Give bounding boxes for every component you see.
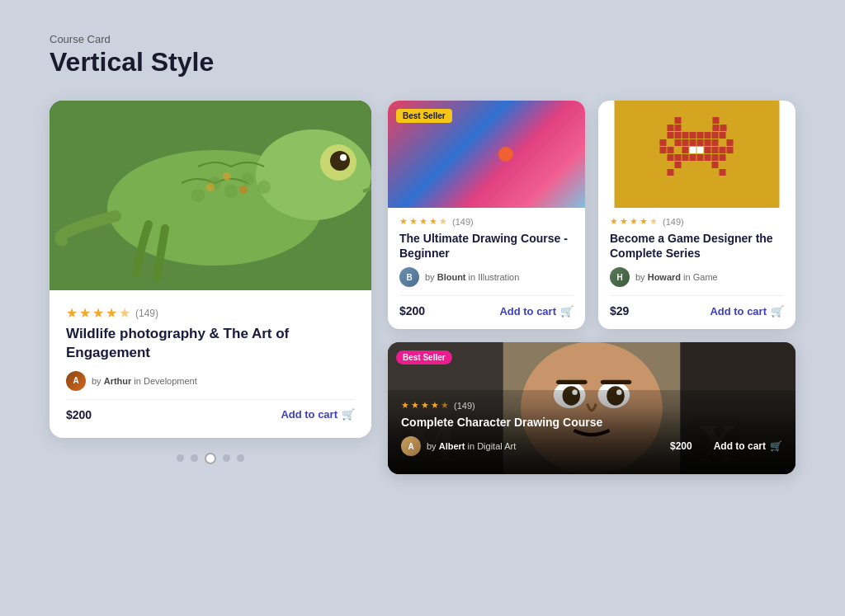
card-1-stars: ★ ★ ★ ★ ★ (149) [66, 305, 355, 321]
dot-2[interactable] [191, 454, 198, 462]
star-5-half: ★ [119, 305, 130, 321]
star-half: ★ [649, 216, 658, 227]
svg-rect-21 [668, 132, 674, 139]
card-4-stars: ★ ★ ★ ★ ★ (149) [401, 400, 782, 411]
card-3-price: $29 [610, 304, 629, 317]
card-1-price-row: $200 Add to cart 🛒 [66, 408, 355, 421]
left-section: ★ ★ ★ ★ ★ (149) Wildlife photography & T… [50, 101, 371, 464]
svg-rect-26 [705, 132, 711, 139]
svg-rect-54 [675, 162, 682, 168]
svg-rect-17 [668, 125, 674, 131]
svg-rect-20 [720, 125, 727, 131]
card-1-author-name: Arthur [104, 376, 132, 386]
dot-3-active[interactable] [205, 453, 216, 464]
card-1-avatar: A [66, 371, 86, 391]
svg-rect-69 [601, 380, 632, 384]
card-1-add-to-cart[interactable]: Add to cart 🛒 [281, 408, 355, 421]
main-layout: ★ ★ ★ ★ ★ (149) Wildlife photography & T… [50, 101, 795, 474]
card-2-best-seller-badge: Best Seller [396, 109, 452, 123]
star-4: ★ [106, 305, 117, 321]
card-3-stars: ★ ★ ★ ★ ★ (149) [610, 216, 784, 227]
page-container: Course Card Vertical Style [0, 0, 845, 507]
star: ★ [411, 400, 419, 411]
svg-rect-35 [712, 139, 719, 146]
svg-rect-44 [720, 147, 726, 153]
svg-rect-33 [697, 139, 704, 146]
card-3-body: ★ ★ ★ ★ ★ (149) Become a Game Designer t… [598, 208, 795, 329]
dot-5[interactable] [237, 454, 244, 462]
star: ★ [409, 216, 418, 227]
svg-point-7 [224, 185, 238, 198]
svg-rect-39 [682, 147, 689, 153]
svg-point-13 [239, 186, 248, 194]
card-4-add-to-cart[interactable]: $200 Add to cart 🛒 [670, 440, 782, 452]
svg-rect-47 [675, 154, 682, 161]
card-1-title: Wildlife photography & The Art of Engage… [66, 325, 355, 363]
card-2-price: $200 [399, 304, 425, 317]
svg-rect-56 [668, 169, 674, 176]
svg-rect-38 [668, 147, 674, 153]
course-card-3: ★ ★ ★ ★ ★ (149) Become a Game Designer t… [598, 101, 795, 329]
card-4-rating-count: (149) [454, 401, 475, 411]
chameleon-image [50, 101, 371, 290]
star: ★ [401, 400, 409, 411]
top-right-row: Best Seller ★ ★ ★ ★ ★ (149) The Ultimate… [388, 101, 795, 329]
svg-rect-27 [712, 132, 719, 139]
card-4-author-row: A by Albert in Digital Art $200 Add to c… [401, 436, 782, 456]
svg-point-10 [257, 181, 271, 194]
card-3-rating-count: (149) [663, 217, 684, 227]
dot-4[interactable] [223, 454, 230, 462]
svg-rect-34 [705, 139, 711, 146]
albert-avatar-img: A [401, 436, 421, 456]
star: ★ [419, 216, 427, 227]
card-2-stars: ★ ★ ★ ★ ★ (149) [399, 216, 574, 227]
svg-point-5 [340, 154, 347, 161]
svg-rect-28 [720, 132, 726, 139]
card-1-price: $200 [66, 408, 92, 421]
course-card-4: M X Best Seller ★ ★ [388, 342, 795, 474]
svg-rect-16 [713, 117, 720, 124]
svg-point-2 [256, 129, 371, 220]
star: ★ [640, 216, 648, 227]
svg-rect-25 [697, 132, 704, 139]
card-2-author-text: by Blount in Illustration [425, 272, 519, 282]
card-4-title: Complete Character Drawing Course [401, 415, 782, 430]
star-1: ★ [66, 305, 78, 321]
card-3-author-row: H by Howard in Game [610, 267, 784, 287]
howard-avatar-img: H [610, 267, 630, 287]
star-3: ★ [92, 305, 104, 321]
card-1-image [50, 101, 371, 290]
card-4-author-text: by Albert in Digital Art [427, 441, 516, 451]
card-1-body: ★ ★ ★ ★ ★ (149) Wildlife photography & T… [50, 290, 371, 438]
svg-point-4 [330, 151, 350, 171]
svg-rect-36 [727, 139, 734, 146]
dot-1[interactable] [177, 454, 184, 462]
svg-rect-29 [660, 139, 667, 146]
svg-rect-41 [697, 147, 704, 153]
card-3-image [598, 101, 795, 208]
cart-icon-3: 🛒 [771, 305, 784, 317]
svg-rect-15 [675, 117, 682, 124]
cart-icon-2: 🛒 [560, 305, 574, 317]
arthur-avatar-img: A [66, 371, 86, 391]
header-section: Course Card Vertical Style [50, 33, 795, 78]
card-1-author-text: by Arthur in Development [92, 376, 197, 386]
card-4-overlay: ★ ★ ★ ★ ★ (149) Complete Character Drawi… [388, 390, 795, 474]
card-3-add-to-cart[interactable]: Add to cart 🛒 [710, 305, 784, 317]
card-2-rating-count: (149) [452, 217, 474, 227]
card-2-add-to-cart[interactable]: Add to cart 🛒 [499, 305, 574, 317]
svg-rect-57 [720, 169, 726, 176]
card-3-price-row: $29 Add to cart 🛒 [610, 304, 784, 317]
svg-rect-52 [712, 154, 719, 161]
star: ★ [620, 216, 628, 227]
card-3-title: Become a Game Designer the Complete Seri… [610, 231, 784, 261]
card-2-image: Best Seller [388, 101, 585, 208]
svg-point-12 [223, 172, 231, 181]
svg-rect-42 [705, 147, 711, 153]
svg-rect-19 [713, 125, 720, 131]
star: ★ [421, 400, 429, 411]
card-4-avatar: A [401, 436, 421, 456]
course-card-1: ★ ★ ★ ★ ★ (149) Wildlife photography & T… [50, 101, 371, 438]
svg-rect-37 [660, 147, 667, 153]
svg-rect-51 [705, 154, 711, 161]
